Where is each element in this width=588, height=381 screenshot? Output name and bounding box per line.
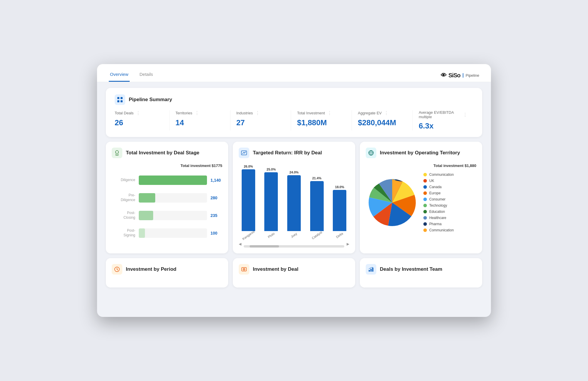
bar-track-post-signing [139, 228, 207, 238]
metric-value-industries: 27 [236, 118, 285, 127]
bottom-card-period: Investment by Period [106, 258, 228, 288]
bar-value-post-closing: 235 [211, 213, 222, 218]
vbar-label-catalyst: 21.4% [312, 176, 321, 180]
metric-dots-1[interactable]: ⋮ [195, 110, 199, 116]
legend-label-communication1: Communication [429, 173, 454, 177]
deal-stage-subtitle: Total investment $1775 [112, 163, 222, 168]
legend-europe: Europe [423, 191, 454, 195]
vbar-fill-joey [287, 175, 301, 231]
deal-stage-icon [112, 148, 122, 158]
svg-rect-13 [372, 268, 373, 272]
metrics-row: Total Deals ⋮ 26 Territories ⋮ 14 Indust… [115, 110, 473, 131]
summary-title: Pipeline Summary [129, 97, 172, 103]
scroll-arrow-right[interactable]: ▶ [347, 242, 349, 246]
legend-label-europe: Europe [429, 191, 441, 195]
metric-dots-2[interactable]: ⋮ [255, 110, 260, 116]
vbar-name-kangaroo: Kangaroo [242, 230, 255, 240]
main-content: Pipeline Summary Total Deals ⋮ 26 Territ… [97, 82, 491, 293]
bar-row-pre-diligence: Pre-Diligence 280 [112, 193, 222, 203]
vbar-joey: 24.0% Joey [284, 171, 304, 237]
legend-label-uk: UK [429, 179, 434, 183]
vbar-label-delta: 18.0% [335, 185, 344, 189]
legend-dot-pharma [423, 222, 427, 226]
metric-label-industries: Industries ⋮ [236, 110, 285, 116]
legend-dot-consumer [423, 198, 427, 201]
bar-row-post-signing: Post-Signing 100 [112, 228, 222, 238]
irr-scrollbar-row: ◀ ▶ [239, 240, 349, 248]
summary-icon [115, 94, 125, 105]
vbar-fill-catalyst [310, 181, 324, 231]
metric-total-investment: Total Investment ⋮ $1,880M [297, 110, 352, 131]
legend-consumer: Consumer [423, 197, 454, 201]
legend-label-canada: Canada [429, 185, 442, 189]
bar-fill-pre-diligence [139, 193, 155, 203]
team-title: Deals by Investment Team [380, 266, 442, 272]
svg-rect-12 [370, 269, 372, 272]
vbar-fill-pluto [264, 172, 278, 231]
metric-label-territories: Territories ⋮ [176, 110, 224, 116]
legend-dot-healthcare [423, 216, 427, 220]
metric-avg-ev-ebitda: Average EV/EBITDA multiple ⋮ 6.3x [419, 110, 473, 131]
irr-chart-card: Targeted Return: IRR by Deal 26.0% Kanga… [233, 142, 355, 253]
bar-track-post-closing [139, 211, 207, 220]
metric-total-deals: Total Deals ⋮ 26 [115, 110, 170, 131]
metric-value-total-investment: $1,880M [297, 118, 346, 127]
top-nav: Overview Details 👁 SiSo Pipeline [97, 64, 491, 82]
territory-chart-card: Investment by Operating Territory Total … [360, 142, 482, 253]
irr-title: Targeted Return: IRR by Deal [253, 150, 322, 156]
legend-dot-communication1 [423, 173, 427, 176]
vbar-fill-delta [333, 190, 346, 231]
svg-rect-2 [117, 100, 119, 102]
vbar-catalyst: 21.4% Catalyst [307, 176, 327, 237]
bar-fill-diligence [139, 176, 207, 185]
team-header: Deals by Investment Team [366, 264, 476, 275]
bar-label-pre-diligence: Pre-Diligence [112, 193, 135, 202]
legend-dot-canada [423, 185, 427, 189]
legend-label-consumer: Consumer [429, 197, 445, 201]
pie-legend: Communication UK Canada Europe [423, 173, 454, 232]
irr-icon [239, 148, 249, 158]
bar-label-diligence: Diligence [112, 178, 135, 183]
metric-dots-0[interactable]: ⋮ [136, 110, 141, 116]
bottom-card-deal: Investment by Deal [233, 258, 355, 288]
territory-icon [366, 148, 376, 158]
legend-label-communication2: Communication [429, 228, 454, 232]
svg-rect-11 [369, 270, 370, 272]
bar-track-pre-diligence [139, 193, 207, 203]
tab-overview[interactable]: Overview [109, 69, 130, 82]
nav-tabs: Overview Details [109, 69, 154, 82]
metric-value-aggregate-ev: $280,044M [358, 118, 407, 127]
deal-stage-header: Total Investment by Deal Stage [112, 148, 222, 158]
scroll-arrow-left[interactable]: ◀ [239, 242, 241, 246]
metric-label-avg-ev-ebitda: Average EV/EBITDA multiple ⋮ [419, 110, 467, 119]
logo-pipeline: Pipeline [463, 73, 479, 78]
metric-label-total-investment: Total Investment ⋮ [297, 110, 346, 116]
vbar-name-pluto: Pluto [267, 232, 275, 239]
team-icon [366, 264, 376, 275]
vbar-fill-kangaroo [242, 169, 255, 231]
metric-dots-5[interactable]: ⋮ [463, 112, 467, 118]
deal-stage-bars: Diligence 1,140 Pre-Diligence 280 [112, 173, 222, 241]
bar-label-post-signing: Post-Signing [112, 228, 135, 238]
metric-aggregate-ev: Aggregate EV ⋮ $280,044M [358, 110, 413, 131]
metric-dots-3[interactable]: ⋮ [327, 110, 332, 116]
deal-header: Investment by Deal [239, 264, 349, 275]
legend-pharma: Pharma [423, 222, 454, 226]
vbar-name-joey: Joey [290, 232, 298, 238]
irr-scrollbar[interactable] [244, 245, 344, 248]
svg-point-7 [117, 269, 117, 270]
territory-header: Investment by Operating Territory [366, 148, 476, 158]
legend-communication2: Communication [423, 228, 454, 232]
legend-dot-education [423, 210, 427, 213]
metric-dots-4[interactable]: ⋮ [384, 110, 389, 116]
app-container: Overview Details 👁 SiSo Pipeline [97, 64, 491, 317]
vbar-name-delta: Delta [335, 232, 344, 239]
legend-dot-technology [423, 204, 427, 207]
bar-label-post-closing: Post-Closing [112, 211, 135, 220]
period-icon [112, 264, 122, 275]
tab-details[interactable]: Details [138, 69, 154, 82]
bottom-card-team: Deals by Investment Team [360, 258, 482, 288]
bar-track-diligence [139, 176, 207, 185]
bar-row-diligence: Diligence 1,140 [112, 176, 222, 185]
deal-title: Investment by Deal [253, 266, 298, 272]
